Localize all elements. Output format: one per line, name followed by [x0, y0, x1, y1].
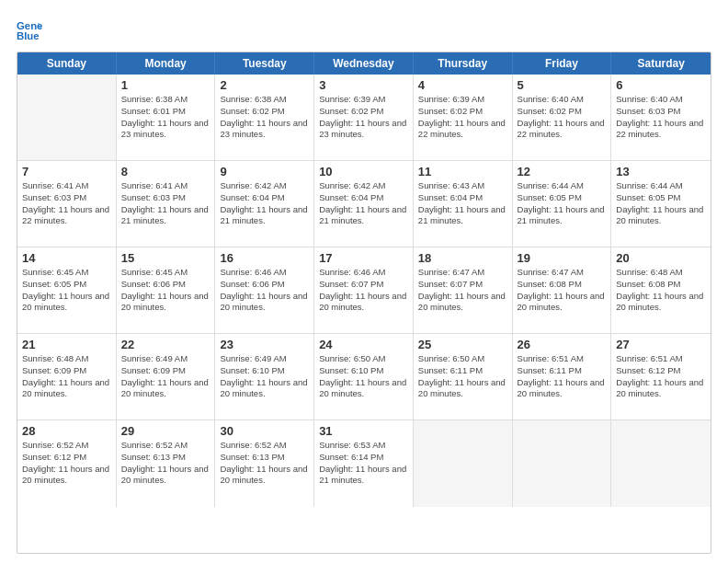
- calendar-cell: 29Sunrise: 6:52 AMSunset: 6:13 PMDayligh…: [117, 420, 216, 507]
- calendar-cell: [17, 75, 117, 160]
- day-number: 16: [220, 251, 309, 265]
- calendar-cell: 25Sunrise: 6:50 AMSunset: 6:11 PMDayligh…: [414, 334, 513, 419]
- cell-sun-info: Sunrise: 6:45 AMSunset: 6:06 PMDaylight:…: [121, 267, 210, 314]
- calendar-cell: 24Sunrise: 6:50 AMSunset: 6:10 PMDayligh…: [314, 334, 414, 419]
- calendar-cell: 8Sunrise: 6:41 AMSunset: 6:03 PMDaylight…: [117, 161, 216, 247]
- cell-sun-info: Sunrise: 6:51 AMSunset: 6:11 PMDaylight:…: [518, 353, 607, 400]
- cell-sun-info: Sunrise: 6:44 AMSunset: 6:05 PMDaylight:…: [616, 180, 706, 227]
- calendar-cell: 1Sunrise: 6:38 AMSunset: 6:01 PMDaylight…: [117, 75, 216, 160]
- day-number: 10: [319, 165, 408, 178]
- calendar-row-2: 14Sunrise: 6:45 AMSunset: 6:05 PMDayligh…: [17, 247, 711, 334]
- cell-sun-info: Sunrise: 6:49 AMSunset: 6:10 PMDaylight:…: [220, 353, 309, 400]
- cell-sun-info: Sunrise: 6:48 AMSunset: 6:08 PMDaylight:…: [616, 267, 706, 314]
- day-number: 6: [616, 78, 706, 92]
- day-number: 4: [418, 78, 507, 92]
- calendar-row-1: 7Sunrise: 6:41 AMSunset: 6:03 PMDaylight…: [17, 161, 711, 247]
- calendar-cell: 15Sunrise: 6:45 AMSunset: 6:06 PMDayligh…: [117, 247, 216, 333]
- calendar-cell: 9Sunrise: 6:42 AMSunset: 6:04 PMDaylight…: [215, 161, 314, 247]
- day-number: 23: [220, 338, 309, 351]
- logo: General Blue: [17, 17, 44, 42]
- day-number: 30: [220, 424, 309, 438]
- day-number: 29: [121, 424, 210, 438]
- calendar-cell: 30Sunrise: 6:52 AMSunset: 6:13 PMDayligh…: [215, 420, 314, 507]
- calendar-cell: 21Sunrise: 6:48 AMSunset: 6:09 PMDayligh…: [17, 334, 117, 419]
- calendar-row-0: 1Sunrise: 6:38 AMSunset: 6:01 PMDaylight…: [17, 75, 711, 161]
- cell-sun-info: Sunrise: 6:39 AMSunset: 6:02 PMDaylight:…: [319, 94, 408, 141]
- cell-sun-info: Sunrise: 6:39 AMSunset: 6:02 PMDaylight:…: [418, 94, 507, 141]
- logo-icon: General Blue: [17, 17, 42, 42]
- day-number: 7: [22, 165, 111, 178]
- day-number: 19: [518, 251, 607, 265]
- cell-sun-info: Sunrise: 6:47 AMSunset: 6:08 PMDaylight:…: [518, 267, 607, 314]
- cell-sun-info: Sunrise: 6:49 AMSunset: 6:09 PMDaylight:…: [121, 353, 210, 400]
- day-number: 20: [616, 251, 706, 265]
- calendar-header: SundayMondayTuesdayWednesdayThursdayFrid…: [17, 52, 711, 75]
- cell-sun-info: Sunrise: 6:43 AMSunset: 6:04 PMDaylight:…: [418, 180, 507, 227]
- day-number: 18: [418, 251, 507, 265]
- calendar-cell: 27Sunrise: 6:51 AMSunset: 6:12 PMDayligh…: [611, 334, 711, 419]
- calendar-cell: 17Sunrise: 6:46 AMSunset: 6:07 PMDayligh…: [314, 247, 414, 333]
- calendar-row-4: 28Sunrise: 6:52 AMSunset: 6:12 PMDayligh…: [17, 420, 711, 507]
- calendar-cell: 2Sunrise: 6:38 AMSunset: 6:02 PMDaylight…: [215, 75, 314, 160]
- cell-sun-info: Sunrise: 6:41 AMSunset: 6:03 PMDaylight:…: [121, 180, 210, 227]
- calendar-cell: 31Sunrise: 6:53 AMSunset: 6:14 PMDayligh…: [314, 420, 414, 507]
- calendar: SundayMondayTuesdayWednesdayThursdayFrid…: [17, 52, 711, 554]
- cell-sun-info: Sunrise: 6:52 AMSunset: 6:12 PMDaylight:…: [22, 440, 111, 487]
- calendar-cell: 28Sunrise: 6:52 AMSunset: 6:12 PMDayligh…: [17, 420, 117, 507]
- calendar-cell: 5Sunrise: 6:40 AMSunset: 6:02 PMDaylight…: [513, 75, 612, 160]
- cell-sun-info: Sunrise: 6:47 AMSunset: 6:07 PMDaylight:…: [418, 267, 507, 314]
- calendar-cell: 13Sunrise: 6:44 AMSunset: 6:05 PMDayligh…: [611, 161, 711, 247]
- day-number: 2: [220, 78, 309, 92]
- day-number: 5: [518, 78, 607, 92]
- day-number: 26: [518, 338, 607, 351]
- cell-sun-info: Sunrise: 6:53 AMSunset: 6:14 PMDaylight:…: [319, 440, 408, 487]
- cell-sun-info: Sunrise: 6:41 AMSunset: 6:03 PMDaylight:…: [22, 180, 111, 227]
- calendar-body: 1Sunrise: 6:38 AMSunset: 6:01 PMDaylight…: [17, 75, 711, 507]
- calendar-cell: 11Sunrise: 6:43 AMSunset: 6:04 PMDayligh…: [414, 161, 513, 247]
- weekday-header-sunday: Sunday: [17, 52, 117, 75]
- day-number: 15: [121, 251, 210, 265]
- weekday-header-saturday: Saturday: [611, 52, 711, 75]
- calendar-cell: 7Sunrise: 6:41 AMSunset: 6:03 PMDaylight…: [17, 161, 117, 247]
- calendar-cell: [611, 420, 711, 507]
- calendar-cell: [513, 420, 612, 507]
- calendar-cell: 4Sunrise: 6:39 AMSunset: 6:02 PMDaylight…: [414, 75, 513, 160]
- calendar-cell: 12Sunrise: 6:44 AMSunset: 6:05 PMDayligh…: [513, 161, 612, 247]
- day-number: 17: [319, 251, 408, 265]
- cell-sun-info: Sunrise: 6:45 AMSunset: 6:05 PMDaylight:…: [22, 267, 111, 314]
- cell-sun-info: Sunrise: 6:52 AMSunset: 6:13 PMDaylight:…: [121, 440, 210, 487]
- day-number: 14: [22, 251, 111, 265]
- day-number: 1: [121, 78, 210, 92]
- cell-sun-info: Sunrise: 6:50 AMSunset: 6:11 PMDaylight:…: [418, 353, 507, 400]
- cell-sun-info: Sunrise: 6:40 AMSunset: 6:03 PMDaylight:…: [616, 94, 706, 141]
- weekday-header-friday: Friday: [513, 52, 612, 75]
- day-number: 28: [22, 424, 111, 438]
- calendar-cell: [414, 420, 513, 507]
- header: General Blue: [17, 17, 711, 42]
- calendar-cell: 3Sunrise: 6:39 AMSunset: 6:02 PMDaylight…: [314, 75, 414, 160]
- cell-sun-info: Sunrise: 6:46 AMSunset: 6:06 PMDaylight:…: [220, 267, 309, 314]
- weekday-header-wednesday: Wednesday: [314, 52, 414, 75]
- weekday-header-thursday: Thursday: [414, 52, 513, 75]
- calendar-cell: 26Sunrise: 6:51 AMSunset: 6:11 PMDayligh…: [513, 334, 612, 419]
- day-number: 13: [616, 165, 706, 178]
- cell-sun-info: Sunrise: 6:44 AMSunset: 6:05 PMDaylight:…: [518, 180, 607, 227]
- calendar-cell: 6Sunrise: 6:40 AMSunset: 6:03 PMDaylight…: [611, 75, 711, 160]
- cell-sun-info: Sunrise: 6:52 AMSunset: 6:13 PMDaylight:…: [220, 440, 309, 487]
- calendar-cell: 20Sunrise: 6:48 AMSunset: 6:08 PMDayligh…: [611, 247, 711, 333]
- cell-sun-info: Sunrise: 6:48 AMSunset: 6:09 PMDaylight:…: [22, 353, 111, 400]
- cell-sun-info: Sunrise: 6:46 AMSunset: 6:07 PMDaylight:…: [319, 267, 408, 314]
- weekday-header-tuesday: Tuesday: [215, 52, 314, 75]
- day-number: 22: [121, 338, 210, 351]
- calendar-cell: 19Sunrise: 6:47 AMSunset: 6:08 PMDayligh…: [513, 247, 612, 333]
- weekday-header-monday: Monday: [117, 52, 216, 75]
- cell-sun-info: Sunrise: 6:50 AMSunset: 6:10 PMDaylight:…: [319, 353, 408, 400]
- calendar-cell: 10Sunrise: 6:42 AMSunset: 6:04 PMDayligh…: [314, 161, 414, 247]
- day-number: 21: [22, 338, 111, 351]
- day-number: 9: [220, 165, 309, 178]
- day-number: 24: [319, 338, 408, 351]
- cell-sun-info: Sunrise: 6:51 AMSunset: 6:12 PMDaylight:…: [616, 353, 706, 400]
- day-number: 12: [518, 165, 607, 178]
- calendar-cell: 18Sunrise: 6:47 AMSunset: 6:07 PMDayligh…: [414, 247, 513, 333]
- calendar-cell: 22Sunrise: 6:49 AMSunset: 6:09 PMDayligh…: [117, 334, 216, 419]
